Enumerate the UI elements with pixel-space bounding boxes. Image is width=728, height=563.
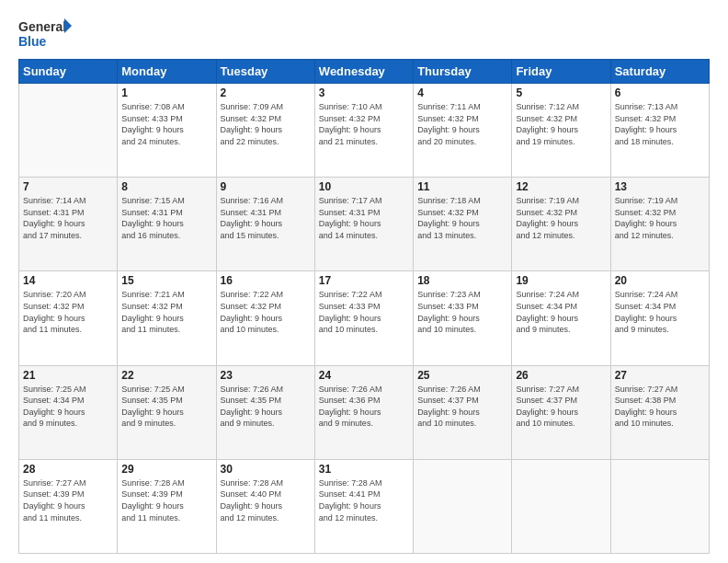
day-number: 20: [615, 274, 705, 287]
day-number: 11: [417, 180, 507, 193]
day-cell: 10Sunrise: 7:17 AM Sunset: 4:31 PM Dayli…: [314, 178, 413, 271]
day-info: Sunrise: 7:18 AM Sunset: 4:32 PM Dayligh…: [417, 195, 507, 241]
day-info: Sunrise: 7:12 AM Sunset: 4:32 PM Dayligh…: [516, 101, 606, 147]
day-info: Sunrise: 7:26 AM Sunset: 4:37 PM Dayligh…: [417, 384, 507, 430]
day-info: Sunrise: 7:09 AM Sunset: 4:32 PM Dayligh…: [221, 101, 311, 147]
day-number: 12: [516, 180, 606, 193]
logo-icon: GeneralBlue: [18, 17, 74, 50]
day-info: Sunrise: 7:25 AM Sunset: 4:35 PM Dayligh…: [121, 384, 211, 430]
day-info: Sunrise: 7:25 AM Sunset: 4:34 PM Dayligh…: [23, 384, 113, 430]
day-cell: 3Sunrise: 7:10 AM Sunset: 4:32 PM Daylig…: [314, 84, 413, 178]
day-cell: 15Sunrise: 7:21 AM Sunset: 4:32 PM Dayli…: [118, 271, 216, 365]
day-cell: 1Sunrise: 7:08 AM Sunset: 4:33 PM Daylig…: [118, 84, 216, 178]
day-number: 5: [516, 86, 606, 99]
day-number: 23: [221, 369, 311, 382]
day-info: Sunrise: 7:24 AM Sunset: 4:34 PM Dayligh…: [516, 289, 606, 335]
weekday-sunday: Sunday: [19, 60, 118, 84]
day-number: 27: [615, 369, 705, 382]
day-number: 8: [121, 180, 211, 193]
day-info: Sunrise: 7:28 AM Sunset: 4:39 PM Dayligh…: [121, 477, 211, 523]
day-number: 16: [221, 274, 311, 287]
day-cell: 27Sunrise: 7:27 AM Sunset: 4:38 PM Dayli…: [610, 365, 709, 459]
day-cell: 18Sunrise: 7:23 AM Sunset: 4:33 PM Dayli…: [414, 271, 512, 365]
day-info: Sunrise: 7:17 AM Sunset: 4:31 PM Dayligh…: [319, 195, 409, 241]
day-cell: 9Sunrise: 7:16 AM Sunset: 4:31 PM Daylig…: [216, 178, 314, 271]
week-row-1: 1Sunrise: 7:08 AM Sunset: 4:33 PM Daylig…: [19, 84, 710, 178]
day-number: 22: [121, 369, 211, 382]
week-row-2: 7Sunrise: 7:14 AM Sunset: 4:31 PM Daylig…: [19, 178, 710, 271]
day-number: 30: [221, 463, 311, 476]
day-number: 19: [516, 274, 606, 287]
day-cell: [414, 459, 512, 553]
day-cell: 12Sunrise: 7:19 AM Sunset: 4:32 PM Dayli…: [512, 178, 610, 271]
day-number: 1: [121, 86, 211, 99]
day-number: 28: [23, 463, 113, 476]
week-row-4: 21Sunrise: 7:25 AM Sunset: 4:34 PM Dayli…: [19, 365, 710, 459]
day-number: 7: [23, 180, 113, 193]
day-info: Sunrise: 7:24 AM Sunset: 4:34 PM Dayligh…: [615, 289, 705, 335]
day-info: Sunrise: 7:08 AM Sunset: 4:33 PM Dayligh…: [121, 101, 211, 147]
day-cell: 23Sunrise: 7:26 AM Sunset: 4:35 PM Dayli…: [216, 365, 314, 459]
day-cell: [19, 84, 118, 178]
day-cell: [512, 459, 610, 553]
day-number: 4: [417, 86, 507, 99]
svg-marker-2: [64, 18, 72, 33]
weekday-wednesday: Wednesday: [314, 60, 413, 84]
weekday-tuesday: Tuesday: [216, 60, 314, 84]
day-info: Sunrise: 7:19 AM Sunset: 4:32 PM Dayligh…: [615, 195, 705, 241]
day-cell: 14Sunrise: 7:20 AM Sunset: 4:32 PM Dayli…: [19, 271, 118, 365]
day-info: Sunrise: 7:16 AM Sunset: 4:31 PM Dayligh…: [221, 195, 311, 241]
day-cell: 26Sunrise: 7:27 AM Sunset: 4:37 PM Dayli…: [512, 365, 610, 459]
weekday-saturday: Saturday: [610, 60, 709, 84]
day-info: Sunrise: 7:22 AM Sunset: 4:33 PM Dayligh…: [319, 289, 409, 335]
day-cell: 28Sunrise: 7:27 AM Sunset: 4:39 PM Dayli…: [19, 459, 118, 553]
day-number: 9: [221, 180, 311, 193]
day-number: 24: [319, 369, 409, 382]
day-info: Sunrise: 7:28 AM Sunset: 4:40 PM Dayligh…: [221, 477, 311, 523]
day-cell: [610, 459, 709, 553]
calendar-table: SundayMondayTuesdayWednesdayThursdayFrid…: [18, 59, 710, 554]
day-cell: 6Sunrise: 7:13 AM Sunset: 4:32 PM Daylig…: [610, 84, 709, 178]
weekday-monday: Monday: [118, 60, 216, 84]
day-number: 6: [615, 86, 705, 99]
day-number: 10: [319, 180, 409, 193]
day-info: Sunrise: 7:15 AM Sunset: 4:31 PM Dayligh…: [121, 195, 211, 241]
logo: GeneralBlue: [18, 17, 74, 50]
day-info: Sunrise: 7:27 AM Sunset: 4:39 PM Dayligh…: [23, 477, 113, 523]
day-info: Sunrise: 7:21 AM Sunset: 4:32 PM Dayligh…: [121, 289, 211, 335]
day-number: 21: [23, 369, 113, 382]
week-row-5: 28Sunrise: 7:27 AM Sunset: 4:39 PM Dayli…: [19, 459, 710, 553]
day-number: 18: [417, 274, 507, 287]
day-info: Sunrise: 7:19 AM Sunset: 4:32 PM Dayligh…: [516, 195, 606, 241]
day-cell: 17Sunrise: 7:22 AM Sunset: 4:33 PM Dayli…: [314, 271, 413, 365]
day-number: 14: [23, 274, 113, 287]
day-number: 26: [516, 369, 606, 382]
day-info: Sunrise: 7:28 AM Sunset: 4:41 PM Dayligh…: [319, 477, 409, 523]
day-number: 25: [417, 369, 507, 382]
day-number: 31: [319, 463, 409, 476]
svg-text:General: General: [18, 19, 66, 34]
day-cell: 2Sunrise: 7:09 AM Sunset: 4:32 PM Daylig…: [216, 84, 314, 178]
day-number: 2: [221, 86, 311, 99]
day-info: Sunrise: 7:10 AM Sunset: 4:32 PM Dayligh…: [319, 101, 409, 147]
weekday-header-row: SundayMondayTuesdayWednesdayThursdayFrid…: [19, 60, 710, 84]
week-row-3: 14Sunrise: 7:20 AM Sunset: 4:32 PM Dayli…: [19, 271, 710, 365]
day-info: Sunrise: 7:27 AM Sunset: 4:37 PM Dayligh…: [516, 384, 606, 430]
day-number: 17: [319, 274, 409, 287]
day-cell: 8Sunrise: 7:15 AM Sunset: 4:31 PM Daylig…: [118, 178, 216, 271]
day-info: Sunrise: 7:20 AM Sunset: 4:32 PM Dayligh…: [23, 289, 113, 335]
day-cell: 5Sunrise: 7:12 AM Sunset: 4:32 PM Daylig…: [512, 84, 610, 178]
day-cell: 19Sunrise: 7:24 AM Sunset: 4:34 PM Dayli…: [512, 271, 610, 365]
day-cell: 30Sunrise: 7:28 AM Sunset: 4:40 PM Dayli…: [216, 459, 314, 553]
day-cell: 29Sunrise: 7:28 AM Sunset: 4:39 PM Dayli…: [118, 459, 216, 553]
weekday-friday: Friday: [512, 60, 610, 84]
day-cell: 24Sunrise: 7:26 AM Sunset: 4:36 PM Dayli…: [314, 365, 413, 459]
svg-text:Blue: Blue: [18, 34, 47, 49]
day-cell: 4Sunrise: 7:11 AM Sunset: 4:32 PM Daylig…: [414, 84, 512, 178]
day-cell: 20Sunrise: 7:24 AM Sunset: 4:34 PM Dayli…: [610, 271, 709, 365]
weekday-thursday: Thursday: [414, 60, 512, 84]
day-number: 3: [319, 86, 409, 99]
day-cell: 16Sunrise: 7:22 AM Sunset: 4:32 PM Dayli…: [216, 271, 314, 365]
day-info: Sunrise: 7:23 AM Sunset: 4:33 PM Dayligh…: [417, 289, 507, 335]
day-cell: 25Sunrise: 7:26 AM Sunset: 4:37 PM Dayli…: [414, 365, 512, 459]
